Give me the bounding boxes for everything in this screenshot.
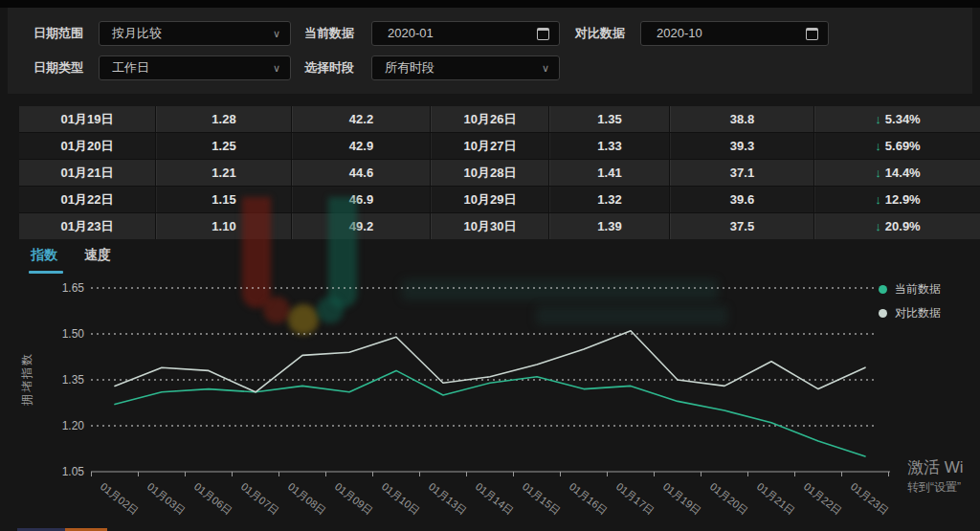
x-tick-label: 01月02日 [99, 480, 141, 517]
y-tick-label: 1.05 [62, 465, 85, 478]
table-cell: 10月29日 [431, 187, 548, 212]
compare-data-value: 2020-10 [657, 26, 702, 40]
table-cell: 38.8 [670, 106, 813, 132]
table-cell: 37.1 [670, 160, 813, 186]
dashboard-page: 日期范围 按月比较 ∨ 当前数据 2020-01 对比数据 2020-10 日期… [0, 0, 980, 531]
os-activation-watermark-line2: 转到“设置” [907, 479, 961, 496]
calendar-icon [537, 28, 549, 40]
date-range-select[interactable]: 按月比较 ∨ [99, 21, 291, 46]
table-cell: 1.41 [549, 160, 669, 186]
y-tick-label: 1.65 [62, 281, 85, 295]
x-tick-label: 01月23日 [849, 480, 891, 517]
date-range-value: 按月比较 [112, 26, 162, 40]
table-cell: 1.25 [156, 133, 291, 159]
x-tick-label: 01月03日 [145, 480, 188, 517]
table-cell: 1.15 [156, 187, 291, 212]
calendar-icon [806, 28, 818, 40]
table-cell: 01月20日 [19, 133, 155, 159]
series-line-0 [115, 370, 865, 456]
change-value: 5.69% [885, 139, 921, 153]
change-cell: ↓5.34% [814, 106, 980, 132]
chevron-down-icon: ∨ [273, 56, 280, 79]
table-cell: 1.28 [156, 106, 291, 132]
legend-item-0[interactable]: 当前数据 [879, 281, 941, 298]
table-cell: 44.6 [292, 160, 430, 186]
x-tick-label: 01月16日 [568, 480, 610, 517]
arrow-down-icon: ↓ [875, 192, 881, 207]
chevron-down-icon: ∨ [542, 56, 549, 79]
arrow-down-icon: ↓ [875, 139, 881, 153]
legend-label: 对比数据 [895, 305, 941, 321]
x-tick-label: 01月19日 [661, 480, 703, 517]
y-tick-label: 1.20 [62, 419, 85, 432]
table-cell: 37.5 [670, 213, 813, 239]
legend-label: 当前数据 [895, 281, 941, 298]
table-cell: 1.10 [156, 213, 291, 239]
table-cell: 1.35 [549, 106, 669, 132]
x-tick-label: 01月20日 [708, 480, 750, 517]
table-cell: 46.9 [292, 187, 430, 212]
table-cell: 10月26日 [431, 106, 548, 132]
legend-dot-icon [879, 285, 887, 294]
table-cell: 01月22日 [19, 187, 155, 212]
x-tick-label: 01月15日 [521, 480, 563, 517]
table-cell: 39.6 [670, 187, 813, 212]
change-cell: ↓5.69% [814, 133, 980, 159]
change-value: 5.34% [885, 112, 921, 126]
x-tick-label: 01月09日 [333, 480, 375, 517]
tab-speed[interactable]: 速度 [84, 247, 111, 264]
tab-index[interactable]: 指数 [31, 247, 57, 264]
table-cell: 10月30日 [431, 213, 548, 239]
legend-dot-icon [879, 309, 887, 318]
change-cell: ↓20.9% [814, 213, 980, 239]
date-type-label: 日期类型 [33, 55, 83, 80]
y-tick-label: 1.50 [62, 327, 85, 341]
current-data-value: 2020-01 [388, 26, 434, 40]
x-tick-label: 01月10日 [380, 480, 422, 517]
change-value: 20.9% [885, 219, 921, 233]
date-type-select[interactable]: 工作日 ∨ [99, 55, 291, 80]
current-data-datepicker[interactable]: 2020-01 [371, 21, 560, 46]
date-range-label: 日期范围 [33, 21, 83, 46]
x-tick-label: 01月07日 [239, 480, 281, 517]
table-cell: 10月28日 [431, 160, 548, 186]
table-cell: 10月27日 [431, 133, 548, 159]
current-data-label: 当前数据 [304, 21, 354, 46]
change-cell: ↓14.4% [814, 160, 980, 186]
date-type-value: 工作日 [112, 60, 149, 75]
os-activation-watermark-line1: 激活 Wi [907, 456, 964, 478]
x-tick-label: 01月14日 [474, 480, 516, 517]
comparison-table: 01月19日1.2842.210月26日1.3538.8↓5.34%01月20日… [19, 106, 980, 239]
table-cell: 01月23日 [19, 213, 155, 239]
x-tick-label: 01月21日 [755, 480, 797, 517]
table-cell: 1.21 [156, 160, 291, 186]
top-strip [0, 0, 980, 8]
x-tick-label: 01月17日 [614, 480, 657, 517]
table-cell: 1.33 [549, 133, 669, 159]
chevron-down-icon: ∨ [273, 22, 280, 45]
time-period-value: 所有时段 [385, 60, 434, 75]
table-cell: 39.3 [670, 133, 813, 159]
table-cell: 1.32 [549, 187, 669, 212]
arrow-down-icon: ↓ [875, 166, 881, 180]
compare-data-label: 对比数据 [575, 21, 625, 46]
chart-legend: 当前数据对比数据 [879, 281, 941, 329]
table-cell: 01月19日 [19, 106, 155, 132]
change-value: 12.9% [885, 192, 921, 207]
x-tick-label: 01月06日 [192, 480, 234, 517]
table-cell: 42.2 [292, 106, 430, 132]
y-tick-label: 1.35 [62, 373, 85, 387]
arrow-down-icon: ↓ [875, 219, 881, 233]
legend-item-1[interactable]: 对比数据 [879, 305, 941, 321]
line-chart: 1.051.201.351.501.6501月02日01月03日01月06日01… [0, 273, 980, 531]
table-cell: 42.9 [292, 133, 430, 159]
change-value: 14.4% [885, 166, 921, 180]
time-period-select[interactable]: 所有时段 ∨ [371, 55, 560, 80]
active-tab-underline [29, 271, 63, 274]
x-tick-label: 01月22日 [802, 480, 844, 517]
time-period-label: 选择时段 [304, 55, 354, 80]
x-tick-label: 01月08日 [286, 480, 328, 517]
x-tick-label: 01月13日 [427, 480, 469, 517]
compare-data-datepicker[interactable]: 2020-10 [640, 21, 829, 46]
table-cell: 49.2 [292, 213, 430, 239]
